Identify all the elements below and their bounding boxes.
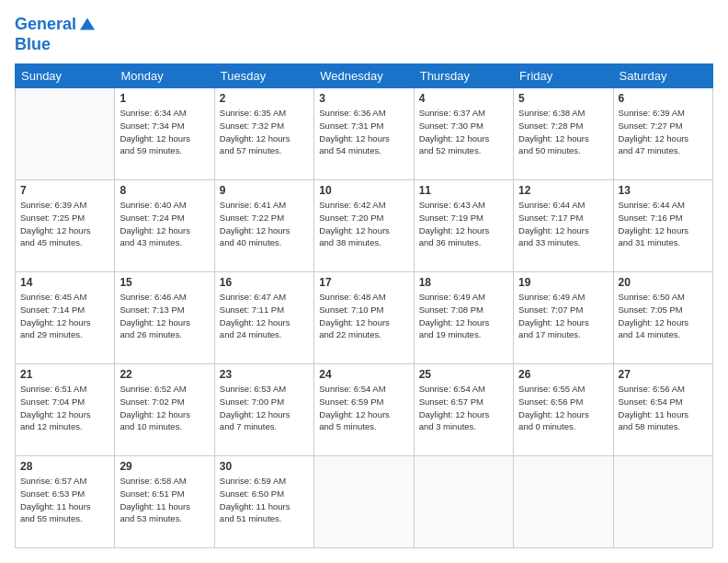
week-row-0: 1Sunrise: 6:34 AM Sunset: 7:34 PM Daylig…: [16, 88, 713, 180]
day-info: Sunrise: 6:44 AM Sunset: 7:16 PM Dayligh…: [619, 199, 708, 249]
day-number: 16: [220, 276, 309, 289]
day-number: 18: [419, 276, 508, 289]
day-cell: 1Sunrise: 6:34 AM Sunset: 7:34 PM Daylig…: [115, 88, 214, 180]
day-cell: 3Sunrise: 6:36 AM Sunset: 7:31 PM Daylig…: [314, 88, 414, 180]
day-info: Sunrise: 6:45 AM Sunset: 7:14 PM Dayligh…: [20, 291, 109, 341]
day-info: Sunrise: 6:55 AM Sunset: 6:56 PM Dayligh…: [518, 383, 608, 433]
day-cell: [613, 456, 712, 548]
day-cell: [16, 88, 115, 180]
day-number: 19: [518, 276, 608, 289]
day-info: Sunrise: 6:39 AM Sunset: 7:27 PM Dayligh…: [619, 107, 708, 157]
day-number: 13: [619, 184, 708, 197]
day-info: Sunrise: 6:41 AM Sunset: 7:22 PM Dayligh…: [220, 199, 309, 249]
day-info: Sunrise: 6:42 AM Sunset: 7:20 PM Dayligh…: [319, 199, 408, 249]
day-info: Sunrise: 6:37 AM Sunset: 7:30 PM Dayligh…: [419, 107, 508, 157]
day-cell: 17Sunrise: 6:48 AM Sunset: 7:10 PM Dayli…: [314, 272, 414, 364]
week-row-3: 21Sunrise: 6:51 AM Sunset: 7:04 PM Dayli…: [16, 364, 713, 456]
svg-marker-0: [80, 18, 95, 30]
day-cell: 20Sunrise: 6:50 AM Sunset: 7:05 PM Dayli…: [613, 272, 712, 364]
day-number: 3: [319, 92, 408, 105]
week-row-1: 7Sunrise: 6:39 AM Sunset: 7:25 PM Daylig…: [16, 180, 713, 272]
day-cell: 23Sunrise: 6:53 AM Sunset: 7:00 PM Dayli…: [214, 364, 313, 456]
day-info: Sunrise: 6:48 AM Sunset: 7:10 PM Dayligh…: [319, 291, 408, 341]
day-cell: 29Sunrise: 6:58 AM Sunset: 6:51 PM Dayli…: [115, 456, 214, 548]
day-number: 10: [319, 184, 408, 197]
day-info: Sunrise: 6:58 AM Sunset: 6:51 PM Dayligh…: [119, 475, 209, 525]
logo-text: General: [15, 15, 97, 35]
day-number: 29: [119, 460, 209, 473]
day-info: Sunrise: 6:56 AM Sunset: 6:54 PM Dayligh…: [619, 383, 708, 433]
calendar-header-row: SundayMondayTuesdayWednesdayThursdayFrid…: [16, 64, 713, 88]
header-wednesday: Wednesday: [314, 64, 414, 88]
day-info: Sunrise: 6:46 AM Sunset: 7:13 PM Dayligh…: [119, 291, 209, 341]
day-info: Sunrise: 6:39 AM Sunset: 7:25 PM Dayligh…: [20, 199, 109, 249]
day-info: Sunrise: 6:49 AM Sunset: 7:07 PM Dayligh…: [518, 291, 608, 341]
day-cell: 24Sunrise: 6:54 AM Sunset: 6:59 PM Dayli…: [314, 364, 414, 456]
day-info: Sunrise: 6:43 AM Sunset: 7:19 PM Dayligh…: [419, 199, 508, 249]
day-number: 1: [119, 92, 209, 105]
day-cell: 9Sunrise: 6:41 AM Sunset: 7:22 PM Daylig…: [214, 180, 313, 272]
day-number: 20: [619, 276, 708, 289]
day-cell: [314, 456, 414, 548]
day-cell: 10Sunrise: 6:42 AM Sunset: 7:20 PM Dayli…: [314, 180, 414, 272]
header-thursday: Thursday: [414, 64, 513, 88]
day-info: Sunrise: 6:40 AM Sunset: 7:24 PM Dayligh…: [119, 199, 209, 249]
day-number: 4: [419, 92, 508, 105]
day-info: Sunrise: 6:57 AM Sunset: 6:53 PM Dayligh…: [20, 475, 109, 525]
day-info: Sunrise: 6:44 AM Sunset: 7:17 PM Dayligh…: [518, 199, 608, 249]
day-cell: [414, 456, 513, 548]
day-info: Sunrise: 6:38 AM Sunset: 7:28 PM Dayligh…: [518, 107, 608, 157]
day-cell: 8Sunrise: 6:40 AM Sunset: 7:24 PM Daylig…: [115, 180, 214, 272]
day-cell: 28Sunrise: 6:57 AM Sunset: 6:53 PM Dayli…: [16, 456, 115, 548]
day-number: 8: [119, 184, 209, 197]
day-info: Sunrise: 6:49 AM Sunset: 7:08 PM Dayligh…: [419, 291, 508, 341]
day-number: 25: [419, 368, 508, 381]
day-number: 17: [319, 276, 408, 289]
day-cell: 21Sunrise: 6:51 AM Sunset: 7:04 PM Dayli…: [16, 364, 115, 456]
header-saturday: Saturday: [613, 64, 712, 88]
day-cell: 19Sunrise: 6:49 AM Sunset: 7:07 PM Dayli…: [514, 272, 613, 364]
day-number: 6: [619, 92, 708, 105]
day-cell: 15Sunrise: 6:46 AM Sunset: 7:13 PM Dayli…: [115, 272, 214, 364]
day-number: 14: [20, 276, 109, 289]
header-tuesday: Tuesday: [214, 64, 313, 88]
day-cell: [514, 456, 613, 548]
day-cell: 7Sunrise: 6:39 AM Sunset: 7:25 PM Daylig…: [16, 180, 115, 272]
day-number: 15: [119, 276, 209, 289]
day-cell: 25Sunrise: 6:54 AM Sunset: 6:57 PM Dayli…: [414, 364, 513, 456]
header: General Blue: [15, 15, 713, 54]
day-number: 28: [20, 460, 109, 473]
day-cell: 30Sunrise: 6:59 AM Sunset: 6:50 PM Dayli…: [214, 456, 313, 548]
calendar-table: SundayMondayTuesdayWednesdayThursdayFrid…: [15, 63, 713, 548]
day-info: Sunrise: 6:54 AM Sunset: 6:59 PM Dayligh…: [319, 383, 408, 433]
day-number: 30: [220, 460, 309, 473]
day-cell: 26Sunrise: 6:55 AM Sunset: 6:56 PM Dayli…: [514, 364, 613, 456]
day-info: Sunrise: 6:50 AM Sunset: 7:05 PM Dayligh…: [619, 291, 708, 341]
page: General Blue SundayMondayTuesdayWednesda…: [0, 0, 728, 563]
day-info: Sunrise: 6:51 AM Sunset: 7:04 PM Dayligh…: [20, 383, 109, 433]
day-info: Sunrise: 6:47 AM Sunset: 7:11 PM Dayligh…: [220, 291, 309, 341]
day-cell: 18Sunrise: 6:49 AM Sunset: 7:08 PM Dayli…: [414, 272, 513, 364]
logo-general: General: [15, 15, 76, 33]
day-number: 26: [518, 368, 608, 381]
day-number: 21: [20, 368, 109, 381]
day-cell: 13Sunrise: 6:44 AM Sunset: 7:16 PM Dayli…: [613, 180, 712, 272]
day-cell: 4Sunrise: 6:37 AM Sunset: 7:30 PM Daylig…: [414, 88, 513, 180]
day-number: 9: [220, 184, 309, 197]
day-cell: 12Sunrise: 6:44 AM Sunset: 7:17 PM Dayli…: [514, 180, 613, 272]
day-cell: 22Sunrise: 6:52 AM Sunset: 7:02 PM Dayli…: [115, 364, 214, 456]
day-info: Sunrise: 6:53 AM Sunset: 7:00 PM Dayligh…: [220, 383, 309, 433]
day-cell: 16Sunrise: 6:47 AM Sunset: 7:11 PM Dayli…: [214, 272, 313, 364]
week-row-2: 14Sunrise: 6:45 AM Sunset: 7:14 PM Dayli…: [16, 272, 713, 364]
day-number: 11: [419, 184, 508, 197]
header-sunday: Sunday: [16, 64, 115, 88]
header-friday: Friday: [514, 64, 613, 88]
day-cell: 27Sunrise: 6:56 AM Sunset: 6:54 PM Dayli…: [613, 364, 712, 456]
day-cell: 11Sunrise: 6:43 AM Sunset: 7:19 PM Dayli…: [414, 180, 513, 272]
day-info: Sunrise: 6:34 AM Sunset: 7:34 PM Dayligh…: [119, 107, 209, 157]
day-number: 2: [220, 92, 309, 105]
day-info: Sunrise: 6:52 AM Sunset: 7:02 PM Dayligh…: [119, 383, 209, 433]
header-monday: Monday: [115, 64, 214, 88]
day-cell: 6Sunrise: 6:39 AM Sunset: 7:27 PM Daylig…: [613, 88, 712, 180]
day-number: 5: [518, 92, 608, 105]
